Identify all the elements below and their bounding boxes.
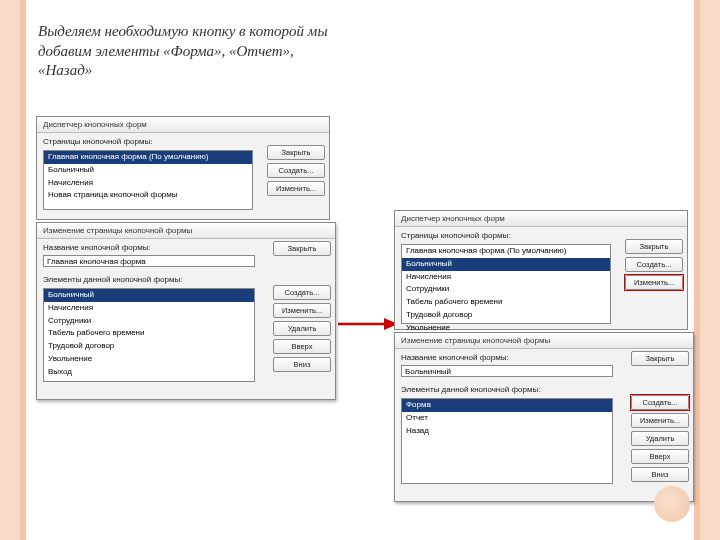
elements-listbox[interactable]: Больничный Начисления Сотрудники Табель … [43,288,255,382]
list-item[interactable]: Начисления [402,271,610,284]
edit-button[interactable]: Изменить... [273,303,331,318]
close-button[interactable]: Закрыть [631,351,689,366]
list-item[interactable]: Табель рабочего времени [402,296,610,309]
elements-label: Элементы данной кнопочной формы: [395,381,693,396]
elements-label: Элементы данной кнопочной формы: [37,271,335,286]
edit-page-dialog-right: Изменение страницы кнопочной формы Назва… [394,332,694,502]
list-item[interactable]: Табель рабочего времени [44,327,254,340]
list-item[interactable]: Новая страница кнопочной формы [44,189,252,202]
dialog-title: Изменение страницы кнопочной формы [37,223,335,239]
list-item[interactable]: Трудовой договор [402,309,610,322]
name-field[interactable]: Главная кнопочная форма [43,255,255,267]
list-item[interactable]: Назад [402,425,612,438]
dialog-title: Диспетчер кнопочных форм [395,211,687,227]
edit-page-dialog-left: Изменение страницы кнопочной формы Назва… [36,222,336,400]
name-field[interactable]: Больничный [401,365,613,377]
dispatcher-dialog-right: Диспетчер кнопочных форм Страницы кнопоч… [394,210,688,330]
dialog-title: Диспетчер кнопочных форм [37,117,329,133]
edit-button[interactable]: Изменить... [625,275,683,290]
create-button[interactable]: Создать... [631,395,689,410]
list-item[interactable]: Начисления [44,302,254,315]
pages-listbox[interactable]: Главная кнопочная форма (По умолчанию) Б… [401,244,611,324]
edit-button[interactable]: Изменить... [267,181,325,196]
up-button[interactable]: Вверх [273,339,331,354]
list-item[interactable]: Выход [44,366,254,379]
list-item[interactable]: Главная кнопочная форма (По умолчанию) [402,245,610,258]
create-button[interactable]: Создать... [273,285,331,300]
list-item[interactable]: Сотрудники [44,315,254,328]
list-item[interactable]: Начисления [44,177,252,190]
create-button[interactable]: Создать... [625,257,683,272]
list-item[interactable]: Отчет [402,412,612,425]
close-button[interactable]: Закрыть [267,145,325,160]
list-item[interactable]: Больничный [402,258,610,271]
list-item[interactable]: Форма [402,399,612,412]
dispatcher-dialog-left: Диспетчер кнопочных форм Страницы кнопоч… [36,116,330,220]
list-item[interactable]: Увольнение [44,353,254,366]
down-button[interactable]: Вниз [631,467,689,482]
create-button[interactable]: Создать... [267,163,325,178]
delete-button[interactable]: Удалить [631,431,689,446]
dialog-title: Изменение страницы кнопочной формы [395,333,693,349]
slide-heading: Выделяем необходимую кнопку в которой мы… [38,22,338,81]
list-item[interactable]: Сотрудники [402,283,610,296]
close-button[interactable]: Закрыть [273,241,331,256]
list-item[interactable]: Главная кнопочная форма (По умолчанию) [44,151,252,164]
pages-listbox[interactable]: Главная кнопочная форма (По умолчанию) Б… [43,150,253,210]
close-button[interactable]: Закрыть [625,239,683,254]
delete-button[interactable]: Удалить [273,321,331,336]
corner-decoration [654,486,690,522]
up-button[interactable]: Вверх [631,449,689,464]
elements-listbox[interactable]: Форма Отчет Назад [401,398,613,484]
down-button[interactable]: Вниз [273,357,331,372]
edit-button[interactable]: Изменить... [631,413,689,428]
list-item[interactable]: Трудовой договор [44,340,254,353]
list-item[interactable]: Больничный [44,289,254,302]
arrow-icon [336,316,398,332]
list-item[interactable]: Больничный [44,164,252,177]
